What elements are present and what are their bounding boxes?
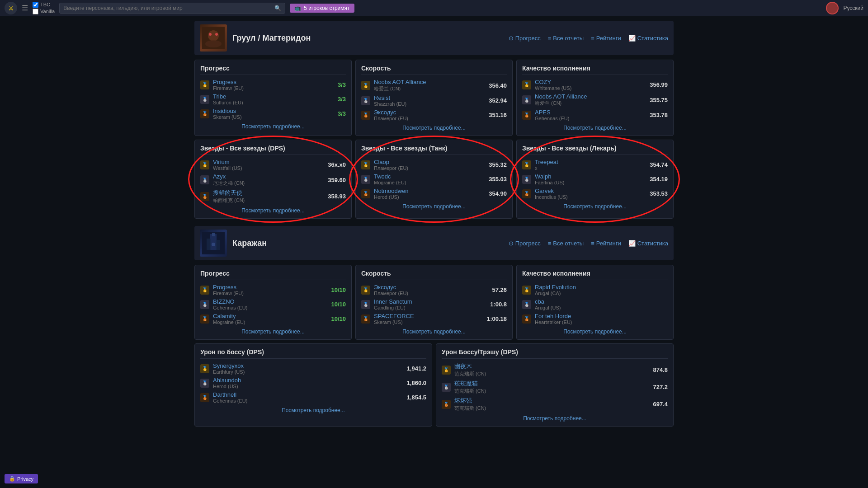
server-name: Sulfuron (EU) [213, 100, 334, 105]
guild-name[interactable]: cba [535, 298, 664, 305]
stars-dps-title: Звезды - Все звезды (DPS) [200, 145, 346, 155]
raid-header-karazhan: Каражан ⊙ Прогресс ≡ Все отчеты ≡ Рейтин… [194, 226, 674, 260]
guild-name[interactable]: Insidious [213, 108, 334, 114]
guild-name[interactable]: COZY [535, 79, 646, 85]
server-name: Herod (US) [213, 384, 403, 389]
player-name[interactable]: Walph [535, 173, 646, 180]
view-more-link[interactable]: Посмотреть подробнее... [442, 415, 668, 422]
guild-name[interactable]: Noobs AOT Alliance [535, 93, 646, 100]
view-more-link[interactable]: Посмотреть подробнее... [200, 407, 426, 413]
view-more-link[interactable]: Посмотреть подробнее... [522, 203, 668, 210]
guild-name[interactable]: Progress [213, 79, 334, 85]
gruul-stars-cards: Звезды - Все звезды (DPS) 🥇 Virium Westf… [194, 140, 674, 219]
guild-name[interactable]: Resist [374, 94, 485, 101]
table-row: 🥉 APES Gehennas (EU) 353.78 [522, 109, 668, 121]
player-name[interactable]: Azyx [213, 173, 324, 180]
player-name[interactable]: Synergyxox [213, 362, 403, 369]
nav-progress-karazhan[interactable]: ⊙ Прогресс [509, 240, 541, 247]
rank-icon-bronze: 🥉 [361, 111, 370, 120]
rank-icon-bronze: 🥉 [522, 314, 531, 324]
rank-icon-silver: 🥈 [442, 383, 451, 392]
nav-stats-gruul[interactable]: 📈 Статистика [628, 35, 668, 42]
rank-icon-bronze: 🥉 [200, 393, 209, 402]
language-label[interactable]: Русский [843, 5, 863, 11]
guild-name[interactable]: Эксодус [374, 109, 485, 116]
guild-name[interactable]: Эксодус [374, 284, 488, 291]
nav-reports-gruul[interactable]: ≡ Все отчеты [548, 35, 584, 42]
rank-icon-gold: 🥇 [442, 366, 451, 375]
player-name[interactable]: 幽夜木 [454, 362, 649, 371]
table-row: 🥇 Progress Firemaw (EU) 3/3 [200, 79, 346, 91]
player-name[interactable]: Twodc [374, 173, 485, 180]
row-value: 10/10 [331, 301, 346, 308]
view-more-link[interactable]: Посмотреть подробнее... [200, 328, 346, 335]
view-more-link[interactable]: Посмотреть подробнее... [361, 125, 507, 131]
search-input[interactable] [63, 5, 273, 11]
view-more-link[interactable]: Посмотреть подробнее... [522, 328, 668, 335]
player-name[interactable]: Virium [213, 159, 324, 165]
logo[interactable]: ⚔ [5, 2, 17, 14]
view-more-link[interactable]: Посмотреть подробнее... [200, 207, 346, 214]
player-name[interactable]: Ahlaundoh [213, 377, 403, 384]
guild-name[interactable]: Progress [213, 284, 327, 291]
tbc-checkbox[interactable] [33, 2, 38, 8]
view-more-link[interactable]: Посмотреть подробнее... [361, 203, 507, 210]
menu-icon[interactable]: ☰ [22, 4, 28, 12]
svg-rect-9 [212, 233, 215, 236]
stars-tank-card: Звезды - Все звезды (Танк) 🥇 Claop Пламе… [355, 140, 513, 219]
view-more-link[interactable]: Посмотреть подробнее... [361, 328, 507, 335]
guild-name[interactable]: Rapid Evolution [535, 284, 664, 291]
table-row: 🥇 Synergyxox Earthfury (US) 1,941.2 [200, 362, 426, 375]
privacy-badge[interactable]: 🔒 Privacy [5, 474, 38, 483]
guild-name[interactable]: BIZZNO [213, 298, 327, 305]
player-name[interactable]: Garvek [535, 188, 646, 194]
raid-header-gruul: Груул / Магтеридон ⊙ Прогресс ≡ Все отче… [194, 21, 674, 55]
guild-name[interactable]: Inner Sanctum [374, 298, 486, 305]
nav-ratings-karazhan[interactable]: ≡ Рейтинги [591, 240, 621, 247]
rank-icon-silver: 🥈 [522, 300, 531, 309]
view-more-link[interactable]: Посмотреть подробнее... [200, 123, 346, 130]
row-info: Ahlaundoh Herod (US) [213, 377, 403, 389]
nav-progress-gruul[interactable]: ⊙ Прогресс [509, 35, 541, 42]
table-row: 🥇 Rapid Evolution Arugal (CA) [522, 284, 668, 296]
nav-reports-karazhan[interactable]: ≡ Все отчеты [548, 240, 584, 247]
guild-name[interactable]: Noobs AOT Alliance [374, 79, 485, 85]
player-name[interactable]: 莰莰魔猫 [454, 380, 649, 388]
guild-name[interactable]: Tribe [213, 93, 334, 100]
rank-icon-bronze: 🥉 [200, 192, 209, 201]
server-name: Firemaw (EU) [213, 291, 327, 296]
player-name[interactable]: Notmoodwen [374, 188, 485, 194]
boss-trash-title: Урон Боссу/Трэшу (DPS) [442, 348, 668, 359]
server-name: Shazzrah (EU) [374, 101, 485, 107]
guild-name[interactable]: Calamity [213, 313, 327, 319]
guild-name[interactable]: APES [535, 109, 646, 116]
avatar[interactable] [826, 2, 839, 14]
player-name[interactable]: 搜鲜的天使 [213, 189, 324, 197]
server-name: Gehennas (EU) [535, 116, 646, 121]
progress-card-karazhan: Прогресс 🥇 Progress Firemaw (EU) 10/10 🥈… [194, 265, 352, 340]
player-name[interactable]: Claop [374, 159, 485, 165]
guild-name[interactable]: SPACEFORCE [374, 313, 483, 319]
karazhan-bottom-cards: Урон по боссу (DPS) 🥇 Synergyxox Earthfu… [194, 343, 674, 427]
search-bar[interactable]: 🔍 [59, 3, 285, 14]
row-value: 1:00.8 [490, 301, 507, 308]
nav-stats-karazhan[interactable]: 📈 Статистика [628, 240, 668, 247]
rank-icon-silver: 🥈 [200, 379, 209, 388]
player-name[interactable]: Treepeat [535, 159, 646, 165]
rank-icon-gold: 🥇 [361, 286, 370, 295]
nav-ratings-gruul[interactable]: ≡ Рейтинги [591, 35, 621, 42]
tbc-label: TBC [40, 2, 50, 7]
player-name[interactable]: Darthnell [213, 391, 403, 398]
vanilla-checkbox[interactable] [33, 9, 38, 14]
quality-card-gruul: Качество исполнения 🥇 COZY Whitemane (US… [516, 60, 674, 136]
row-info: Noobs AOT Alliance 哈爱兰 (CN) [374, 79, 485, 92]
vanilla-checkbox-label[interactable]: Vanilla [33, 9, 55, 14]
filter-checkboxes: TBC Vanilla [33, 2, 55, 14]
view-more-link[interactable]: Посмотреть подробнее... [522, 125, 668, 131]
tbc-checkbox-label[interactable]: TBC [33, 2, 55, 8]
player-name[interactable]: 坏坏强 [454, 397, 649, 405]
row-value: 355.75 [650, 97, 668, 103]
guild-name[interactable]: For teh Horde [535, 313, 664, 319]
table-row: 🥉 Эксодус Пламерог (EU) 351.16 [361, 109, 507, 121]
streaming-badge[interactable]: 📺 5 игроков стримят [290, 4, 354, 13]
